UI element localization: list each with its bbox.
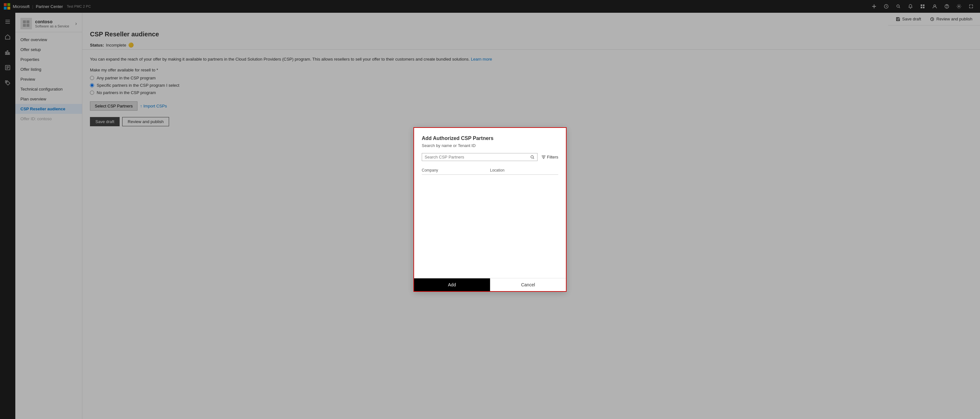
modal-table-header: Company Location [422, 166, 558, 175]
modal-footer: Add Cancel [414, 278, 566, 291]
csp-search-input[interactable] [425, 155, 528, 159]
modal-table-body [422, 175, 558, 270]
filter-icon [541, 155, 546, 159]
table-col-company: Company [422, 168, 490, 173]
modal-overlay: Add Authorized CSP Partners Search by na… [0, 0, 980, 419]
modal-body: Add Authorized CSP Partners Search by na… [414, 128, 566, 278]
cancel-button[interactable]: Cancel [490, 278, 566, 291]
modal-title: Add Authorized CSP Partners [422, 135, 558, 141]
search-input-icon [530, 155, 535, 159]
modal-search-box [422, 153, 538, 161]
filters-button[interactable]: Filters [541, 155, 558, 159]
modal-subtitle: Search by name or Tenant ID [422, 143, 558, 148]
add-button[interactable]: Add [414, 278, 490, 291]
table-col-location: Location [490, 168, 558, 173]
modal-search-row: Filters [422, 153, 558, 161]
svg-point-26 [531, 156, 533, 158]
add-csp-partners-modal: Add Authorized CSP Partners Search by na… [414, 127, 566, 292]
